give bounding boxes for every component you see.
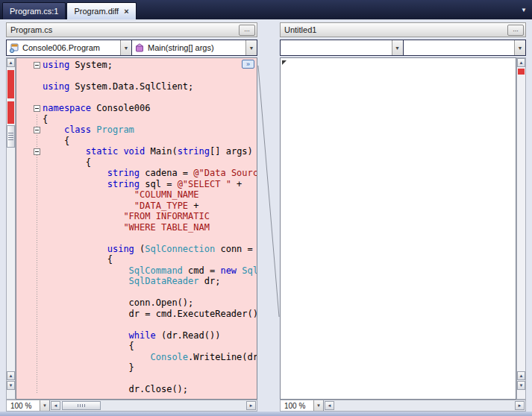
code-text: dr = cmd.ExecuteReader() [43,309,257,320]
selection-margin [16,287,33,298]
outlining-margin [33,222,43,233]
chevron-down-icon[interactable]: ▼ [40,400,49,411]
code-line: { [16,157,257,168]
horizontal-scroll-thumb[interactable] [62,401,101,410]
code-line: "WHERE TABLE_NAM [16,222,257,233]
left-code-area[interactable]: using System;using System.Data.SqlClient… [16,57,257,400]
tab-program-diff[interactable]: Program.diff × [66,2,136,19]
selection-margin [16,71,33,82]
code-text: conn.Open(); [43,297,257,309]
left-browse-button[interactable]: ... [239,25,255,36]
chevron-down-icon[interactable]: ▼ [313,400,323,411]
scroll-up-button[interactable]: ▲ [517,58,525,67]
code-line: static void Main(string[] args) [16,146,257,157]
selection-margin [16,330,33,341]
selection-margin [16,309,33,320]
code-line: { [16,254,257,265]
left-zoom-combobox[interactable]: 100 % ▼ [7,400,50,411]
outlining-margin [33,146,43,157]
close-icon[interactable]: × [124,7,128,16]
left-type-combobox[interactable]: Console006.Program ▼ [7,40,132,55]
code-text: namespace Console006 [43,103,257,114]
scroll-down-button[interactable]: ▼ [7,381,15,390]
change-mark [518,69,525,75]
code-text: string cadena = @"Data Sourc [43,168,257,179]
left-horizontal-scrollbar[interactable]: ◄ ► [50,400,257,411]
collapse-region-badge[interactable]: » [242,60,254,69]
outlining-margin [33,125,43,136]
code-text: { [43,254,257,265]
selection-margin [16,168,33,179]
outlining-margin [33,341,43,352]
code-text: Console.WriteLine(dr [43,352,257,363]
code-text: SqlDataReader dr; [43,276,257,287]
code-line: class Program [16,125,257,136]
selection-margin [16,265,33,277]
thumb-grip [8,133,13,140]
scroll-left-button[interactable]: ◄ [325,401,334,410]
fold-toggle[interactable] [34,127,40,133]
selection-margin [16,362,33,374]
outlining-margin [33,276,43,287]
fold-toggle[interactable] [34,105,40,112]
code-text: "COLUMN_NAME [43,189,257,201]
code-text: "FROM INFORMATIC [43,211,257,222]
right-type-combobox[interactable]: ▼ [281,40,404,55]
right-member-combobox[interactable]: ▼ [404,40,526,55]
right-code-area[interactable] [280,57,516,400]
chevron-down-icon[interactable]: ▼ [392,40,403,55]
right-browse-button[interactable]: ... [507,25,524,36]
fold-toggle[interactable] [34,148,40,155]
outlining-margin [33,287,43,298]
code-text [43,233,257,244]
code-line: dr = cmd.ExecuteReader() [16,309,257,320]
left-change-scrollbar[interactable]: ▲ ▲ ▼ [6,57,16,400]
chevron-down-icon[interactable]: ▼ [514,40,525,55]
method-icon [134,42,145,53]
outlining-margin [33,157,43,168]
code-text: "DATA_TYPE + [43,201,257,212]
scroll-up-button[interactable]: ▲ [7,371,15,380]
code-text: class Program [43,125,257,136]
scroll-right-button[interactable]: ► [246,401,256,410]
code-line [16,92,257,104]
tab-label: Program.diff [74,7,119,16]
chevron-down-icon[interactable]: ▼ [120,40,131,55]
code-line: "COLUMN_NAME [16,189,257,201]
code-line: string cadena = @"Data Sourc [16,168,257,179]
scroll-up-button[interactable]: ▲ [517,371,525,380]
code-text: { [43,114,257,125]
selection-margin [16,81,33,92]
code-text [43,319,257,330]
right-zoom-combobox[interactable]: 100 % ▼ [281,400,324,411]
code-line [16,287,257,298]
code-text: using System; [43,60,257,71]
scroll-left-button[interactable]: ◄ [51,401,60,410]
code-text [43,92,257,104]
scroll-right-button[interactable]: ► [515,401,525,410]
outlining-margin [33,114,43,125]
thumb-grip [78,404,85,407]
outlining-margin [33,211,43,222]
tab-list-chevron-icon[interactable]: ▼ [521,7,527,13]
selection-margin [16,114,33,125]
left-member-combobox[interactable]: Main(string[] args) ▼ [132,40,257,55]
code-line [16,71,257,82]
right-vertical-scrollbar[interactable]: ▲ ▲ ▼ [516,57,526,400]
code-text: } [43,362,257,374]
code-line [16,374,257,385]
right-diff-pane: Untitled1 ... ▼ ▼ ▲ ▲ ▼ 100 % ▼ ◄ [280,22,526,412]
right-navigation-bar: ▼ ▼ [280,40,526,56]
outlining-margin [33,136,43,147]
tab-program-cs[interactable]: Program.cs:1 [2,2,66,19]
diff-connector [257,58,280,341]
right-horizontal-scrollbar[interactable]: ◄ ► [324,400,525,411]
scroll-up-button[interactable]: ▲ [7,58,15,67]
code-line: { [16,136,257,147]
vertical-scroll-thumb[interactable] [7,125,15,148]
chevron-down-icon[interactable]: ▼ [245,40,257,55]
scroll-down-button[interactable]: ▼ [517,381,525,390]
fold-toggle[interactable] [34,62,40,69]
code-line [16,319,257,330]
outlining-margin [33,384,43,395]
